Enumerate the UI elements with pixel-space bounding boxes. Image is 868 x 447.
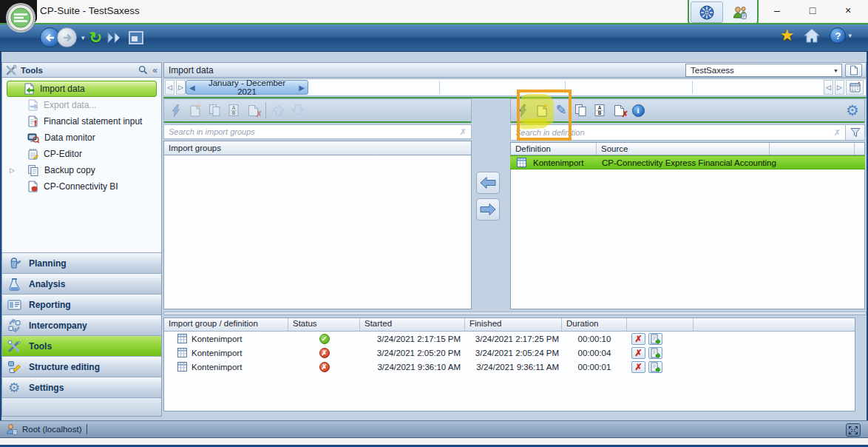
delete-import-group-button[interactable]: ✗ — [243, 101, 262, 120]
delete-run-button[interactable]: ✗ — [631, 361, 645, 373]
sidebar-item-list: Import data Export data... Financial sta… — [1, 78, 162, 252]
financial-statement-icon — [27, 115, 38, 127]
run-row-2[interactable]: Kontenimport ✗ 3/24/2021 2:05:20 PM 3/24… — [164, 346, 855, 360]
definition-settings-button[interactable]: ⚙ — [843, 101, 862, 120]
client-selector[interactable]: TestSaxess ▼ — [685, 64, 842, 77]
clear-search-icon[interactable]: ✗ — [830, 128, 845, 138]
delete-run-button[interactable]: ✗ — [631, 347, 645, 359]
run-row-3[interactable]: Kontenimport ✗ 3/24/2021 9:36:10 AM 3/24… — [164, 360, 855, 374]
delete-x-icon: ✗ — [634, 349, 642, 357]
search-icon[interactable] — [138, 65, 148, 75]
tools-section-icon — [7, 340, 21, 353]
open-log-button[interactable] — [648, 361, 662, 373]
filter-button[interactable] — [846, 124, 865, 141]
new-definition-button[interactable] — [532, 101, 552, 120]
sidebar-item-cp-connectivity-bi[interactable]: CP-Connectivity BI — [7, 178, 157, 195]
connectivity-tab-button[interactable] — [691, 1, 723, 23]
section-reporting[interactable]: Reporting — [1, 294, 162, 315]
section-structure-editing[interactable]: Structure editing — [1, 356, 162, 377]
users-tab-button[interactable] — [725, 1, 756, 23]
delete-definition-button[interactable]: ✗ — [609, 101, 628, 120]
edit-definition-button[interactable]: ✎ — [552, 101, 571, 120]
move-up-button[interactable] — [269, 101, 288, 120]
run-definition-button[interactable] — [513, 101, 532, 120]
collapse-sidebar-button[interactable]: « — [152, 65, 157, 75]
period-prev-button[interactable]: ◁ — [165, 80, 174, 95]
import-groups-search-input[interactable] — [164, 127, 455, 136]
sidebar-item-data-monitor[interactable]: Data monitor — [7, 130, 157, 146]
sidebar-item-export-data[interactable]: Export data... — [7, 97, 157, 113]
import-groups-list[interactable] — [163, 155, 472, 309]
expand-view-button[interactable] — [846, 423, 861, 437]
definition-row-kontenimport[interactable]: Kontenimport CP-Connectivity Express Fin… — [510, 155, 865, 169]
new-import-group-button[interactable] — [186, 101, 205, 120]
section-analysis[interactable]: Analysis — [1, 273, 162, 294]
nav-history-caret[interactable]: ▾ — [81, 34, 85, 41]
rename-definition-button[interactable]: A B — [590, 101, 609, 120]
section-planning[interactable]: Planning — [1, 252, 162, 273]
status-context-label: Root (localhost) — [22, 425, 82, 434]
run-finished: 3/24/2021 2:17:25 PM — [465, 335, 562, 343]
open-log-button[interactable] — [648, 347, 662, 359]
expander-icon[interactable]: ▷ — [10, 167, 15, 174]
column-header-empty[interactable] — [770, 143, 855, 155]
sidebar-item-import-data[interactable]: Import data — [7, 81, 157, 97]
sidebar-footer — [1, 397, 162, 417]
layout-button[interactable] — [129, 31, 143, 44]
help-button[interactable]: ? — [830, 27, 846, 44]
close-button[interactable]: × — [834, 0, 862, 21]
go-button[interactable] — [106, 31, 124, 44]
app-menu-button[interactable] — [5, 2, 36, 33]
sidebar-item-financial-statement-input[interactable]: Financial statement input — [7, 113, 157, 130]
assign-left-button[interactable] — [476, 172, 500, 194]
block-arrow-right-icon — [480, 203, 496, 216]
cp-editor-icon — [27, 148, 38, 160]
column-header-duration[interactable]: Duration — [562, 318, 627, 331]
run-row-1[interactable]: Kontenimport ✓ 3/24/2021 2:17:15 PM 3/24… — [164, 332, 855, 346]
favorites-button[interactable]: ★ — [780, 27, 795, 44]
clear-search-icon[interactable]: ✗ — [455, 127, 471, 137]
delete-run-button[interactable]: ✗ — [631, 333, 645, 345]
minimize-button[interactable]: – — [763, 0, 791, 21]
rename-import-group-button[interactable]: A B — [224, 101, 243, 120]
column-header-status[interactable]: Status — [288, 318, 360, 331]
home-button[interactable] — [803, 27, 821, 44]
log-icon — [651, 348, 660, 358]
calendar-button[interactable] — [846, 80, 864, 95]
definition-info-button[interactable]: i — [628, 101, 648, 120]
column-header-actions[interactable] — [627, 318, 694, 331]
assign-right-button[interactable] — [476, 198, 500, 221]
period-scroll-left-button[interactable]: ◁ — [824, 80, 833, 95]
sidebar-item-backup-copy[interactable]: ▷ Backup copy — [7, 162, 157, 178]
sidebar-item-cp-editor[interactable]: CP-Editor — [7, 146, 157, 162]
column-header-definition[interactable]: Definition — [511, 143, 597, 155]
sidebar-sections: Planning Analysis Reporting — [1, 252, 162, 397]
delete-x-icon: ✗ — [634, 335, 642, 343]
horizontal-splitter[interactable] — [163, 309, 867, 317]
section-intercompany[interactable]: Intercompany — [1, 315, 162, 335]
table-grid-icon — [177, 348, 187, 357]
definition-search-input[interactable] — [511, 128, 830, 137]
column-header-import-group[interactable]: Import group / definition — [164, 318, 288, 331]
refresh-button[interactable]: ↻ — [89, 30, 103, 45]
copy-import-group-button[interactable] — [205, 101, 224, 120]
delete-x-icon: ✗ — [622, 110, 628, 119]
run-import-button[interactable] — [166, 101, 186, 120]
period-scroll-right-button[interactable]: ▷ — [835, 80, 844, 95]
definition-search-row: ✗ — [510, 124, 865, 141]
section-settings[interactable]: ⚙ Settings — [1, 377, 162, 397]
column-header-started[interactable]: Started — [360, 318, 465, 331]
column-header-source[interactable]: Source — [597, 143, 770, 155]
move-down-button[interactable] — [288, 101, 308, 120]
open-log-button[interactable] — [648, 333, 662, 345]
period-pill[interactable]: ◀ January - December 2021 ▶ — [186, 80, 308, 95]
period-next-button[interactable]: ▷ — [176, 80, 186, 95]
report-selector-button[interactable] — [845, 64, 862, 77]
forward-button[interactable] — [57, 27, 77, 47]
definition-list-body[interactable] — [510, 169, 865, 309]
section-tools[interactable]: Tools — [1, 335, 162, 356]
maximize-button[interactable]: □ — [799, 0, 827, 21]
column-header-finished[interactable]: Finished — [465, 318, 562, 331]
copy-definition-button[interactable] — [571, 101, 590, 120]
help-caret[interactable]: ▾ — [848, 32, 852, 39]
